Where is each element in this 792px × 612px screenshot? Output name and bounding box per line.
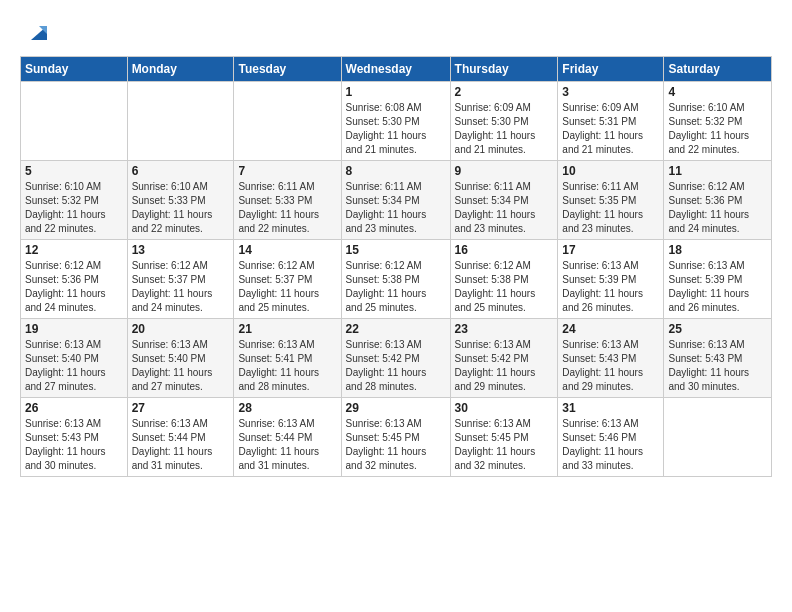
day-info: Sunrise: 6:13 AM Sunset: 5:44 PM Dayligh… (132, 417, 230, 473)
day-cell: 4Sunrise: 6:10 AM Sunset: 5:32 PM Daylig… (664, 82, 772, 161)
day-info: Sunrise: 6:13 AM Sunset: 5:43 PM Dayligh… (562, 338, 659, 394)
day-number: 14 (238, 243, 336, 257)
day-number: 23 (455, 322, 554, 336)
day-cell: 28Sunrise: 6:13 AM Sunset: 5:44 PM Dayli… (234, 398, 341, 477)
day-info: Sunrise: 6:13 AM Sunset: 5:45 PM Dayligh… (346, 417, 446, 473)
day-number: 6 (132, 164, 230, 178)
week-row-5: 26Sunrise: 6:13 AM Sunset: 5:43 PM Dayli… (21, 398, 772, 477)
day-cell: 2Sunrise: 6:09 AM Sunset: 5:30 PM Daylig… (450, 82, 558, 161)
day-info: Sunrise: 6:11 AM Sunset: 5:33 PM Dayligh… (238, 180, 336, 236)
day-number: 8 (346, 164, 446, 178)
day-cell (127, 82, 234, 161)
day-info: Sunrise: 6:13 AM Sunset: 5:40 PM Dayligh… (25, 338, 123, 394)
day-info: Sunrise: 6:08 AM Sunset: 5:30 PM Dayligh… (346, 101, 446, 157)
day-cell (234, 82, 341, 161)
day-cell: 13Sunrise: 6:12 AM Sunset: 5:37 PM Dayli… (127, 240, 234, 319)
day-number: 9 (455, 164, 554, 178)
header (20, 18, 772, 46)
day-number: 13 (132, 243, 230, 257)
day-cell: 22Sunrise: 6:13 AM Sunset: 5:42 PM Dayli… (341, 319, 450, 398)
logo (20, 18, 53, 46)
day-info: Sunrise: 6:13 AM Sunset: 5:39 PM Dayligh… (562, 259, 659, 315)
day-number: 28 (238, 401, 336, 415)
day-info: Sunrise: 6:11 AM Sunset: 5:34 PM Dayligh… (346, 180, 446, 236)
day-info: Sunrise: 6:13 AM Sunset: 5:40 PM Dayligh… (132, 338, 230, 394)
day-info: Sunrise: 6:13 AM Sunset: 5:39 PM Dayligh… (668, 259, 767, 315)
day-number: 7 (238, 164, 336, 178)
day-info: Sunrise: 6:09 AM Sunset: 5:30 PM Dayligh… (455, 101, 554, 157)
day-cell: 14Sunrise: 6:12 AM Sunset: 5:37 PM Dayli… (234, 240, 341, 319)
day-cell: 5Sunrise: 6:10 AM Sunset: 5:32 PM Daylig… (21, 161, 128, 240)
day-info: Sunrise: 6:10 AM Sunset: 5:32 PM Dayligh… (668, 101, 767, 157)
day-number: 30 (455, 401, 554, 415)
day-cell: 3Sunrise: 6:09 AM Sunset: 5:31 PM Daylig… (558, 82, 664, 161)
day-cell: 1Sunrise: 6:08 AM Sunset: 5:30 PM Daylig… (341, 82, 450, 161)
day-info: Sunrise: 6:12 AM Sunset: 5:38 PM Dayligh… (455, 259, 554, 315)
day-cell: 20Sunrise: 6:13 AM Sunset: 5:40 PM Dayli… (127, 319, 234, 398)
day-number: 11 (668, 164, 767, 178)
day-number: 5 (25, 164, 123, 178)
day-cell (21, 82, 128, 161)
day-number: 16 (455, 243, 554, 257)
day-number: 21 (238, 322, 336, 336)
day-cell: 31Sunrise: 6:13 AM Sunset: 5:46 PM Dayli… (558, 398, 664, 477)
day-number: 10 (562, 164, 659, 178)
day-info: Sunrise: 6:11 AM Sunset: 5:35 PM Dayligh… (562, 180, 659, 236)
header-row: SundayMondayTuesdayWednesdayThursdayFrid… (21, 57, 772, 82)
calendar-table: SundayMondayTuesdayWednesdayThursdayFrid… (20, 56, 772, 477)
day-header-wednesday: Wednesday (341, 57, 450, 82)
day-info: Sunrise: 6:13 AM Sunset: 5:46 PM Dayligh… (562, 417, 659, 473)
day-cell: 17Sunrise: 6:13 AM Sunset: 5:39 PM Dayli… (558, 240, 664, 319)
day-number: 22 (346, 322, 446, 336)
day-info: Sunrise: 6:12 AM Sunset: 5:36 PM Dayligh… (25, 259, 123, 315)
week-row-3: 12Sunrise: 6:12 AM Sunset: 5:36 PM Dayli… (21, 240, 772, 319)
day-info: Sunrise: 6:13 AM Sunset: 5:43 PM Dayligh… (668, 338, 767, 394)
day-number: 18 (668, 243, 767, 257)
day-cell: 26Sunrise: 6:13 AM Sunset: 5:43 PM Dayli… (21, 398, 128, 477)
day-info: Sunrise: 6:13 AM Sunset: 5:45 PM Dayligh… (455, 417, 554, 473)
day-cell: 9Sunrise: 6:11 AM Sunset: 5:34 PM Daylig… (450, 161, 558, 240)
day-cell: 24Sunrise: 6:13 AM Sunset: 5:43 PM Dayli… (558, 319, 664, 398)
day-cell: 16Sunrise: 6:12 AM Sunset: 5:38 PM Dayli… (450, 240, 558, 319)
day-cell: 19Sunrise: 6:13 AM Sunset: 5:40 PM Dayli… (21, 319, 128, 398)
day-header-tuesday: Tuesday (234, 57, 341, 82)
day-cell: 12Sunrise: 6:12 AM Sunset: 5:36 PM Dayli… (21, 240, 128, 319)
day-cell: 29Sunrise: 6:13 AM Sunset: 5:45 PM Dayli… (341, 398, 450, 477)
day-cell: 18Sunrise: 6:13 AM Sunset: 5:39 PM Dayli… (664, 240, 772, 319)
day-number: 4 (668, 85, 767, 99)
day-cell: 30Sunrise: 6:13 AM Sunset: 5:45 PM Dayli… (450, 398, 558, 477)
day-number: 29 (346, 401, 446, 415)
day-info: Sunrise: 6:09 AM Sunset: 5:31 PM Dayligh… (562, 101, 659, 157)
day-cell: 21Sunrise: 6:13 AM Sunset: 5:41 PM Dayli… (234, 319, 341, 398)
day-number: 3 (562, 85, 659, 99)
week-row-1: 1Sunrise: 6:08 AM Sunset: 5:30 PM Daylig… (21, 82, 772, 161)
day-info: Sunrise: 6:12 AM Sunset: 5:36 PM Dayligh… (668, 180, 767, 236)
day-info: Sunrise: 6:13 AM Sunset: 5:42 PM Dayligh… (455, 338, 554, 394)
day-cell: 10Sunrise: 6:11 AM Sunset: 5:35 PM Dayli… (558, 161, 664, 240)
day-number: 1 (346, 85, 446, 99)
day-cell: 25Sunrise: 6:13 AM Sunset: 5:43 PM Dayli… (664, 319, 772, 398)
day-header-monday: Monday (127, 57, 234, 82)
day-cell: 27Sunrise: 6:13 AM Sunset: 5:44 PM Dayli… (127, 398, 234, 477)
page: SundayMondayTuesdayWednesdayThursdayFrid… (0, 0, 792, 612)
day-info: Sunrise: 6:13 AM Sunset: 5:42 PM Dayligh… (346, 338, 446, 394)
day-cell (664, 398, 772, 477)
day-info: Sunrise: 6:10 AM Sunset: 5:32 PM Dayligh… (25, 180, 123, 236)
week-row-2: 5Sunrise: 6:10 AM Sunset: 5:32 PM Daylig… (21, 161, 772, 240)
day-number: 25 (668, 322, 767, 336)
day-number: 15 (346, 243, 446, 257)
day-number: 2 (455, 85, 554, 99)
day-cell: 23Sunrise: 6:13 AM Sunset: 5:42 PM Dayli… (450, 319, 558, 398)
day-cell: 11Sunrise: 6:12 AM Sunset: 5:36 PM Dayli… (664, 161, 772, 240)
day-info: Sunrise: 6:12 AM Sunset: 5:38 PM Dayligh… (346, 259, 446, 315)
week-row-4: 19Sunrise: 6:13 AM Sunset: 5:40 PM Dayli… (21, 319, 772, 398)
day-number: 31 (562, 401, 659, 415)
day-cell: 7Sunrise: 6:11 AM Sunset: 5:33 PM Daylig… (234, 161, 341, 240)
day-header-friday: Friday (558, 57, 664, 82)
day-number: 26 (25, 401, 123, 415)
day-cell: 8Sunrise: 6:11 AM Sunset: 5:34 PM Daylig… (341, 161, 450, 240)
day-header-thursday: Thursday (450, 57, 558, 82)
day-number: 24 (562, 322, 659, 336)
day-cell: 15Sunrise: 6:12 AM Sunset: 5:38 PM Dayli… (341, 240, 450, 319)
day-header-sunday: Sunday (21, 57, 128, 82)
